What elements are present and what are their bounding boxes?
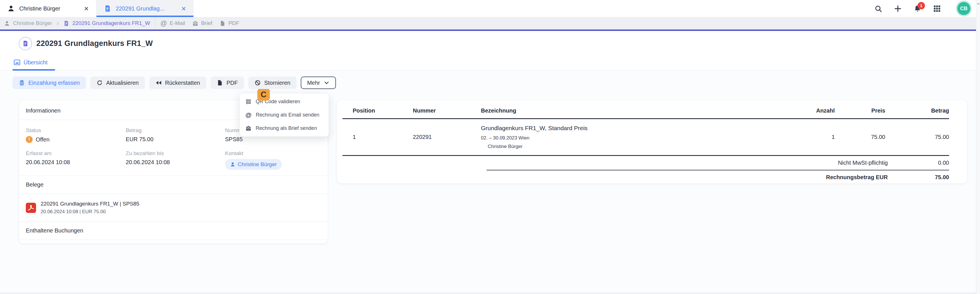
envelope-icon xyxy=(245,125,251,131)
divider xyxy=(19,175,328,176)
quick-action-pdf[interactable]: PDF xyxy=(220,20,239,26)
qr-code-icon xyxy=(245,99,251,105)
field-contact: Kontakt Christine Bürger xyxy=(225,150,321,170)
refresh-icon xyxy=(97,79,103,86)
status-warning-icon xyxy=(26,136,33,143)
more-button[interactable]: Mehr xyxy=(301,76,336,89)
number-value: SPS85 xyxy=(225,136,243,143)
chevron-right-icon xyxy=(56,20,59,27)
divider xyxy=(155,17,156,30)
avatar[interactable]: CB xyxy=(957,2,970,15)
envelope-icon xyxy=(192,21,198,26)
window-tab-bar: Christine Bürger 220291 Grundlag... 1 CB xyxy=(0,0,976,17)
chart-icon xyxy=(14,59,21,66)
rewind-icon xyxy=(156,79,162,86)
menu-item-send-email[interactable]: Rechnung als Email senden xyxy=(240,108,329,122)
close-icon[interactable] xyxy=(181,6,186,12)
person-icon xyxy=(7,5,15,12)
column-header: Anzahl xyxy=(761,106,835,119)
quick-action-label: E-Mail xyxy=(170,20,185,26)
summary-value: 75.00 xyxy=(888,174,949,181)
breadcrumb-item-contact[interactable]: Christine Bürger xyxy=(4,20,52,26)
window-tab-contact[interactable]: Christine Bürger xyxy=(0,0,97,17)
bottom-edge xyxy=(0,292,976,294)
table-row: 1 220291 Grundlagenkurs FR1_W, Standard … xyxy=(342,119,949,156)
window-tab-label: Christine Bürger xyxy=(19,5,60,12)
person-icon xyxy=(230,162,235,167)
page-header: 220291 Grundlagenkurs FR1_W Übersicht xyxy=(0,31,976,71)
column-header: Preis xyxy=(835,106,885,119)
quick-action-label: Brief xyxy=(201,20,212,26)
quick-action-letter[interactable]: Brief xyxy=(192,20,212,26)
vertical-scrollbar[interactable] xyxy=(976,0,980,294)
field-status: Status Offen xyxy=(26,127,126,143)
field-label: Erfasst am xyxy=(26,150,126,156)
at-icon xyxy=(245,112,251,118)
menu-item-label: Rechnung als Brief senden xyxy=(256,125,317,131)
summary-row-total: Rechnungsbetrag EUR 75.00 xyxy=(487,170,949,184)
summary-value: 0.00 xyxy=(888,160,949,166)
button-label: Aktualisieren xyxy=(106,79,139,86)
divider xyxy=(19,240,328,240)
tab-label: Übersicht xyxy=(24,59,48,66)
column-header: Betrag xyxy=(885,106,949,119)
tab-overview[interactable]: Übersicht xyxy=(14,59,48,66)
position-contact: Christine Bürger xyxy=(481,144,761,149)
divider xyxy=(19,221,328,222)
more-dropdown-menu: QR Code validieren Rechnung als Email se… xyxy=(239,93,329,137)
button-label: Einzahlung erfassen xyxy=(29,79,80,86)
page-title-row: 220291 Grundlagenkurs FR1_W xyxy=(19,37,153,50)
breadcrumb-item-invoice[interactable]: 220291 Grundlagenkurs FR1_W xyxy=(63,20,150,26)
summary-label: Nicht MwSt-pflichtig xyxy=(487,160,888,166)
pdf-button[interactable]: PDF xyxy=(210,76,244,89)
window-tab-invoice[interactable]: 220291 Grundlag... xyxy=(97,0,194,17)
contact-name: Christine Bürger xyxy=(238,161,277,168)
divider xyxy=(19,194,328,194)
menu-item-send-letter[interactable]: Rechnung als Brief senden xyxy=(240,122,329,135)
refresh-button[interactable]: Aktualisieren xyxy=(90,76,145,89)
cell-number: 220291 xyxy=(413,119,481,156)
due-value: 20.06.2024 10:08 xyxy=(126,159,170,165)
cell-price: 75.00 xyxy=(835,119,885,156)
pdf-acrobat-icon xyxy=(26,203,36,213)
status-value: Offen xyxy=(36,137,50,143)
action-toolbar: Einzahlung erfassen Aktualisieren Rücker… xyxy=(13,76,336,89)
button-label: Rückerstatten xyxy=(165,79,200,86)
button-label: Mehr xyxy=(307,79,320,86)
summary-row-tax: Nicht MwSt-pflichtig 0.00 xyxy=(487,156,949,170)
bookings-section-title: Enthaltene Buchungen xyxy=(26,227,321,234)
top-actions: 1 CB xyxy=(875,0,976,17)
close-icon[interactable] xyxy=(84,6,89,12)
page-title: 220291 Grundlagenkurs FR1_W xyxy=(36,39,153,48)
menu-item-label: Rechnung als Email senden xyxy=(256,112,319,118)
document-list-item[interactable]: 220291 Grundlagenkurs FR1_W | SPS85 20.0… xyxy=(26,201,321,215)
pdf-file-icon xyxy=(217,79,223,86)
field-label: Status xyxy=(26,127,126,133)
field-due: Zu bezahlen bis 20.06.2024 10:08 xyxy=(126,150,225,170)
summary-label: Rechnungsbetrag EUR xyxy=(487,174,888,181)
cell-position: 1 xyxy=(342,119,413,156)
breadcrumb: Christine Bürger 220291 Grundlagenkurs F… xyxy=(0,17,976,30)
cancel-invoice-button[interactable]: Stornieren xyxy=(248,76,296,89)
field-label: Kontakt xyxy=(225,150,321,156)
chevron-down-icon xyxy=(323,79,330,86)
invoice-summary: Nicht MwSt-pflichtig 0.00 Rechnungsbetra… xyxy=(487,156,949,184)
invoice-table: Position Nummer Bezeichnung Anzahl Preis… xyxy=(342,106,949,156)
document-title: 220291 Grundlagenkurs FR1_W | SPS85 xyxy=(41,201,139,207)
add-icon[interactable] xyxy=(894,5,902,13)
column-header: Nummer xyxy=(413,106,481,119)
table-header-row: Position Nummer Bezeichnung Anzahl Preis… xyxy=(342,106,949,119)
search-icon[interactable] xyxy=(875,5,882,13)
notifications-bell-icon[interactable]: 1 xyxy=(913,5,921,13)
button-label: Stornieren xyxy=(264,79,290,86)
menu-item-validate-qr[interactable]: QR Code validieren xyxy=(240,95,329,108)
button-label: PDF xyxy=(226,79,238,86)
quick-action-email[interactable]: E-Mail xyxy=(161,20,185,27)
contact-chip[interactable]: Christine Bürger xyxy=(225,159,282,170)
active-tab-indicator xyxy=(13,69,55,71)
record-payment-button[interactable]: Einzahlung erfassen xyxy=(13,76,86,89)
refund-button[interactable]: Rückerstatten xyxy=(149,76,206,89)
apps-grid-icon[interactable] xyxy=(933,5,941,13)
created-value: 20.06.2024 10:08 xyxy=(26,159,70,165)
column-header: Bezeichnung xyxy=(481,106,761,119)
